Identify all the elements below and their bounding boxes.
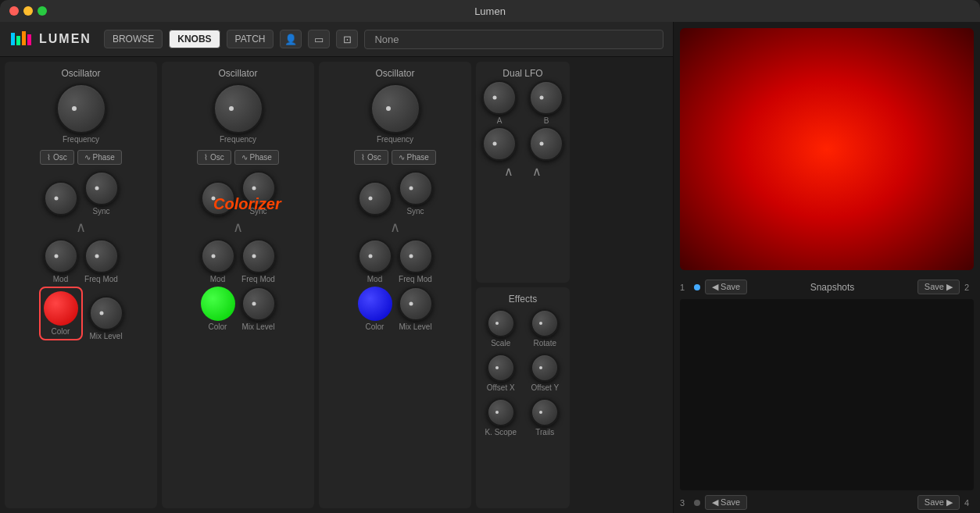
osc3-freqmod-knob[interactable]: [399, 239, 433, 273]
camera-button[interactable]: ⊡: [336, 30, 358, 48]
snapshot-save-left-button[interactable]: ◀ Save: [705, 280, 747, 294]
osc2-freq-label: Frequency: [220, 135, 256, 144]
offset-y-knob-container: Offset Y: [529, 354, 561, 392]
main-container: LUMEN BROWSE KNOBS PATCH 👤 ▭ ⊡: [0, 22, 980, 513]
snapshot-row-1-2: 1 ◀ Save Snapshots Save ▶ 2: [680, 280, 974, 294]
osc2-bottom-row: Color Mix Level: [166, 287, 309, 331]
colorizer-annotation: ∧ Colorizer: [166, 219, 309, 236]
offset-x-knob[interactable]: [487, 354, 515, 382]
osc2-arrow: ∧: [166, 219, 309, 236]
osc2-mixlevel-knob[interactable]: [241, 287, 276, 321]
osc2-freqmod-container: Freq Mod: [241, 239, 276, 283]
osc1-knob-a[interactable]: [44, 181, 78, 216]
lfo-a-label: A: [497, 116, 503, 125]
window-controls: [9, 6, 47, 16]
osc2-frequency-knob[interactable]: [213, 84, 263, 134]
lfo-b-bottom-knob[interactable]: [529, 126, 563, 161]
osc3-mod-knob[interactable]: [358, 239, 392, 273]
osc1-mixlevel-knob[interactable]: [89, 296, 123, 330]
close-button[interactable]: [9, 6, 19, 16]
osc2-mixlevel-label: Mix Level: [241, 322, 274, 331]
trails-knob[interactable]: [531, 398, 559, 426]
display-button[interactable]: ▭: [308, 30, 330, 48]
osc2-phase-button[interactable]: ∿ Phase: [234, 150, 279, 165]
osc2-osc-button[interactable]: ⌇ Osc: [197, 150, 231, 165]
oscillator-3-section: Oscillator Frequency ⌇ Osc ∿ Phase Sync: [319, 62, 471, 508]
osc3-color-dot[interactable]: [358, 287, 392, 321]
upload-button[interactable]: 👤: [280, 30, 302, 48]
k-scope-knob[interactable]: [487, 398, 515, 426]
patch-button[interactable]: PATCH: [227, 30, 274, 48]
osc2-title: Oscillator: [218, 68, 257, 79]
osc3-frequency-knob[interactable]: [370, 84, 420, 134]
osc3-arrow: ∧: [390, 219, 400, 236]
osc3-sync-label: Sync: [406, 207, 424, 216]
osc3-mixlevel-knob[interactable]: [399, 287, 433, 321]
patch-name-input[interactable]: [364, 30, 663, 49]
snapshot-num-1: 1: [680, 283, 689, 292]
lfo-b-label: B: [544, 116, 549, 125]
display-icon: ▭: [314, 34, 324, 45]
offset-y-label: Offset Y: [531, 383, 559, 392]
osc2-color-label: Color: [209, 322, 227, 331]
offset-y-knob[interactable]: [531, 354, 559, 382]
osc3-mod-container: Mod: [358, 239, 392, 283]
logo-area: LUMEN: [9, 27, 91, 52]
osc3-freqmod-label: Freq Mod: [399, 275, 432, 283]
right-column: Dual LFO A B ∧: [476, 62, 570, 508]
osc2-color-dot[interactable]: [201, 287, 235, 321]
osc2-freqmod-knob[interactable]: [241, 239, 276, 273]
lfo-a-top-knob[interactable]: [482, 80, 517, 115]
svg-rect-0: [11, 33, 15, 45]
snapshot-save-left-button-2[interactable]: ◀ Save: [705, 495, 747, 510]
browse-button[interactable]: BROWSE: [104, 30, 163, 48]
osc3-knob-a-container: [358, 181, 392, 216]
snapshot-save-right-button-2[interactable]: Save ▶: [917, 495, 960, 510]
snapshots-title: Snapshots: [752, 282, 913, 293]
svg-rect-1: [16, 36, 20, 45]
osc1-row1-knobs: Sync: [9, 171, 152, 216]
osc1-sync-container: Sync: [84, 171, 119, 216]
minimize-button[interactable]: [23, 6, 33, 16]
osc1-arrow: ∧: [76, 219, 86, 236]
osc3-row1-knobs: Sync: [324, 171, 467, 216]
rotate-label: Rotate: [534, 339, 556, 347]
rotate-knob-container: Rotate: [529, 309, 561, 347]
osc3-knob-a[interactable]: [358, 181, 392, 216]
osc3-title: Oscillator: [375, 68, 414, 79]
effects-section: Effects Scale Rotate Offset X: [476, 287, 570, 508]
osc1-freqmod-knob[interactable]: [84, 239, 119, 273]
osc1-color-dot[interactable]: [44, 291, 78, 326]
osc1-frequency-knob[interactable]: [56, 84, 106, 134]
knobs-button[interactable]: KNOBS: [169, 30, 220, 48]
snapshot-save-right-button[interactable]: Save ▶: [917, 280, 960, 294]
snapshots-area: 1 ◀ Save Snapshots Save ▶ 2 3 ◀ Save Sav…: [674, 276, 980, 513]
osc1-phase-button[interactable]: ∿ Phase: [77, 150, 122, 165]
lfo-a-bottom-knob[interactable]: [482, 126, 517, 161]
lfo-b-container: B: [529, 80, 563, 161]
osc2-mod-knob[interactable]: [201, 239, 235, 273]
osc1-osc-button[interactable]: ⌇ Osc: [40, 150, 74, 165]
osc2-mixlevel-container: Mix Level: [241, 287, 276, 331]
osc3-row2-knobs: Mod Freq Mod: [324, 239, 467, 283]
dual-lfo-title: Dual LFO: [503, 68, 542, 79]
osc1-mod-knob[interactable]: [44, 239, 78, 273]
snapshot-num-3: 3: [680, 498, 689, 508]
osc3-phase-button[interactable]: ∿ Phase: [392, 150, 436, 165]
right-panel: 1 ◀ Save Snapshots Save ▶ 2 3 ◀ Save Sav…: [674, 22, 980, 513]
osc3-osc-button[interactable]: ⌇ Osc: [354, 150, 388, 165]
scale-knob[interactable]: [487, 309, 515, 337]
lfo-b-top-knob[interactable]: [529, 80, 563, 115]
lfo-arrow-left: ∧: [504, 164, 513, 179]
upload-icon: 👤: [284, 34, 297, 45]
logo-text: LUMEN: [39, 32, 91, 46]
osc3-sync-knob[interactable]: [399, 171, 433, 205]
osc1-knob-a-container: [44, 181, 78, 216]
rotate-knob[interactable]: [531, 309, 559, 337]
offset-x-knob-container: Offset X: [485, 354, 517, 392]
osc1-sync-knob[interactable]: [84, 171, 119, 205]
osc1-title: Oscillator: [61, 68, 100, 79]
maximize-button[interactable]: [38, 6, 47, 16]
k-scope-knob-container: K. Scope: [485, 398, 517, 436]
toolbar-icons: 👤 ▭ ⊡: [280, 30, 358, 48]
